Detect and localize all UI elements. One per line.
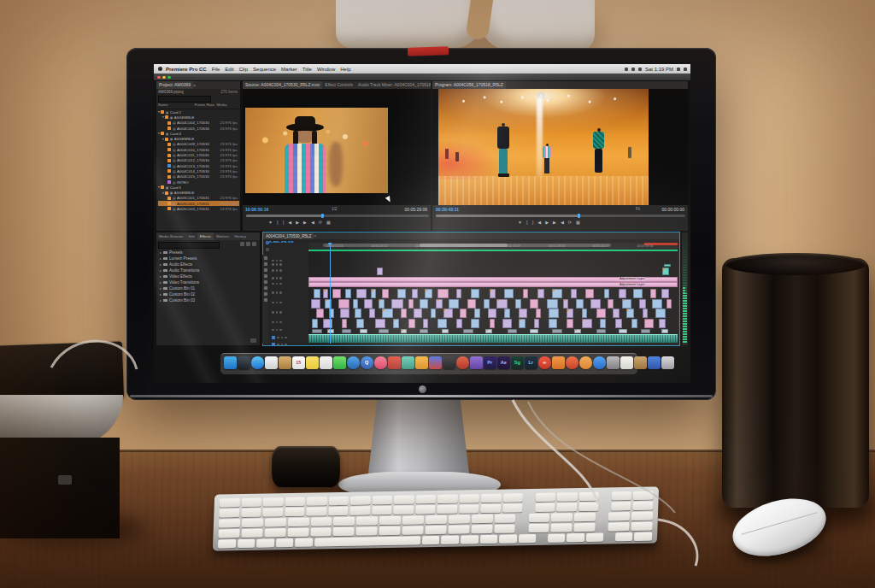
app-menu-title[interactable]: Premiere Pro CC bbox=[166, 67, 207, 72]
premiere-icon[interactable]: Pr bbox=[484, 356, 496, 369]
safari-icon[interactable] bbox=[251, 356, 264, 369]
browser-globe-icon[interactable] bbox=[347, 356, 360, 369]
launchpad-icon[interactable] bbox=[238, 356, 250, 369]
lightroom-icon[interactable]: Lr bbox=[525, 356, 537, 369]
target-app-icon[interactable] bbox=[566, 356, 578, 369]
playhead[interactable] bbox=[330, 243, 331, 344]
zoom-window-button[interactable] bbox=[167, 76, 171, 79]
folder2-icon[interactable] bbox=[634, 356, 647, 369]
appstore-icon[interactable] bbox=[593, 356, 606, 369]
menu-window[interactable]: Window bbox=[317, 67, 335, 72]
creativecloud-icon[interactable]: ∞ bbox=[538, 356, 551, 369]
aftereffects-icon[interactable]: Ae bbox=[497, 356, 510, 369]
menu-title[interactable]: Title bbox=[302, 67, 312, 72]
photos-icon[interactable] bbox=[265, 356, 278, 369]
maps-icon[interactable] bbox=[402, 356, 414, 369]
preview-icon[interactable] bbox=[415, 356, 428, 369]
speedgrade-icon[interactable]: Sg bbox=[511, 356, 524, 369]
menu-edit[interactable]: Edit bbox=[225, 67, 233, 72]
messages-icon[interactable] bbox=[333, 356, 346, 369]
notes-icon[interactable] bbox=[306, 356, 319, 369]
trash-icon[interactable] bbox=[661, 356, 674, 369]
reminders-icon[interactable] bbox=[320, 356, 332, 369]
folder-icon[interactable] bbox=[279, 356, 291, 369]
menubar-clock[interactable]: Sat 1:19 PM bbox=[645, 67, 673, 72]
textedit-icon[interactable] bbox=[620, 356, 633, 369]
menu-items: FileEditClipSequenceMarkerTitleWindowHel… bbox=[212, 67, 356, 72]
close-window-button[interactable] bbox=[157, 76, 161, 79]
menu-clip[interactable]: Clip bbox=[239, 67, 248, 72]
dark-app-icon[interactable] bbox=[443, 356, 455, 369]
macos-menu-bar: Premiere Pro CC FileEditClipSequenceMark… bbox=[154, 64, 690, 74]
menubar-status: Sat 1:19 PM bbox=[625, 67, 687, 72]
menu-sequence[interactable]: Sequence bbox=[253, 67, 276, 72]
itunes-icon[interactable] bbox=[374, 356, 387, 369]
window-title-bar[interactable] bbox=[154, 74, 690, 80]
bluetooth-icon[interactable] bbox=[625, 68, 628, 71]
wifi-icon[interactable] bbox=[631, 68, 635, 71]
quicktime-icon[interactable]: Q bbox=[361, 356, 373, 369]
battery-icon[interactable] bbox=[638, 68, 642, 71]
notification-center-icon[interactable] bbox=[684, 68, 687, 71]
cables bbox=[0, 0, 875, 588]
menu-help[interactable]: Help bbox=[340, 67, 350, 72]
peach-app-icon[interactable] bbox=[579, 356, 592, 369]
menu-marker[interactable]: Marker bbox=[281, 67, 297, 72]
display-app-icon[interactable] bbox=[648, 356, 661, 369]
globe-red-icon[interactable] bbox=[456, 356, 469, 369]
menu-file[interactable]: File bbox=[212, 67, 220, 72]
calendar-icon[interactable]: 15 bbox=[292, 356, 305, 369]
apple-menu-icon[interactable] bbox=[158, 67, 162, 71]
minimize-window-button[interactable] bbox=[162, 76, 166, 79]
finder-icon[interactable] bbox=[224, 356, 237, 369]
sysprefs-icon[interactable] bbox=[607, 356, 620, 369]
spotlight-icon[interactable] bbox=[677, 68, 680, 71]
dock: 15QPrAeSgLr∞ bbox=[224, 356, 674, 369]
photobooth-icon[interactable] bbox=[470, 356, 483, 369]
red-app-icon[interactable] bbox=[388, 356, 401, 369]
chart-app-icon[interactable] bbox=[429, 356, 442, 369]
cup-app-icon[interactable] bbox=[552, 356, 565, 369]
